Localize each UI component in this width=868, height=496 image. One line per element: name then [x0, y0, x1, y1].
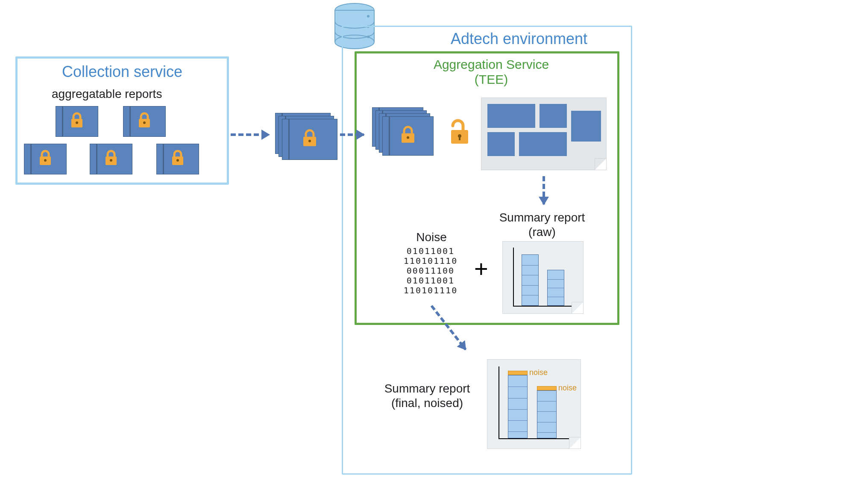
decrypted-data-sheet: [481, 97, 607, 170]
lock-icon: [170, 150, 185, 167]
noise-tag: noise: [529, 368, 548, 377]
arrow-collection-to-batch: [231, 133, 269, 136]
svg-point-1: [76, 121, 78, 124]
collection-subtitle: aggregatable reports: [18, 87, 227, 101]
locked-doc: [24, 144, 67, 174]
svg-point-15: [367, 15, 369, 18]
locked-doc: [56, 106, 98, 137]
aggregation-service-title: Aggregation Service (TEE): [397, 57, 585, 87]
locked-doc: [90, 144, 132, 174]
noise-label: Noise: [402, 230, 461, 245]
lock-icon: [104, 150, 118, 167]
noise-tag: noise: [558, 384, 577, 393]
svg-point-3: [143, 121, 146, 124]
unlock-icon: [448, 119, 472, 148]
lock-icon: [400, 126, 416, 145]
svg-point-19: [407, 136, 409, 139]
lock-icon: [137, 112, 152, 129]
summary-raw-label: Summary report (raw): [489, 210, 595, 239]
summary-raw-chart: [502, 241, 584, 314]
arrow-to-raw-summary: [542, 176, 545, 204]
svg-point-5: [44, 159, 47, 162]
locked-doc: [156, 144, 199, 174]
locked-doc: [123, 106, 166, 137]
arrow-batch-to-aggregation: [340, 133, 364, 136]
lock-icon: [70, 112, 84, 129]
svg-point-11: [308, 140, 311, 142]
encrypted-reports-stack: [382, 116, 434, 156]
adtech-environment-title: Adtech environment: [427, 30, 611, 48]
collection-service-title: Collection service: [18, 63, 227, 81]
svg-point-9: [176, 159, 179, 162]
batched-reports-stack: [282, 119, 337, 160]
svg-rect-22: [459, 136, 460, 140]
summary-final-label: Summary report (final, noised): [372, 381, 483, 410]
svg-point-7: [110, 159, 112, 162]
lock-icon: [38, 150, 53, 167]
summary-final-chart: noise noise: [487, 359, 581, 449]
plus-symbol: +: [474, 255, 488, 283]
lock-icon: [302, 129, 318, 148]
noise-bits: 01011001 110101110 00011100 01011001 110…: [392, 246, 469, 295]
